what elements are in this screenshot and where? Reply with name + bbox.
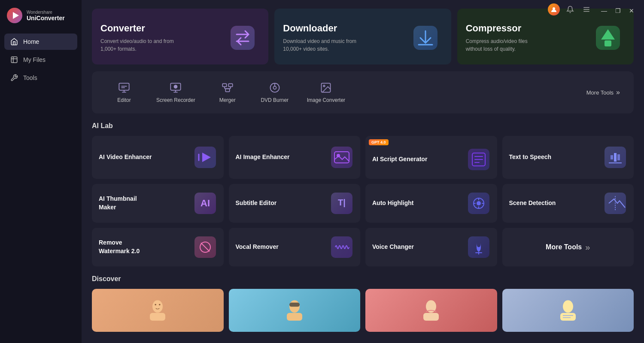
svg-rect-63 [423,313,439,321]
svg-rect-61 [289,303,300,307]
svg-rect-9 [231,26,255,50]
compressor-desc: Compress audio/video files without loss … [466,37,543,53]
ai-thumbnail-maker-icon: AI [194,192,217,215]
image-converter-label: Image Converter [307,97,345,103]
remove-watermark-title: Remove Watermark 2.0 [99,239,155,255]
svg-rect-60 [287,313,302,321]
minimize-button[interactable]: — [598,4,611,17]
dvd-burner-label: DVD Burner [261,97,289,103]
ai-card-scene-detection[interactable]: Scene Detection [502,184,634,223]
ai-card-auto-highlight[interactable]: Auto Highlight [365,184,497,223]
top-right-controls [548,3,592,15]
svg-rect-23 [225,89,229,92]
ai-script-generator-title: AI Script Generator [372,155,427,164]
screen-recorder-icon [170,82,182,94]
compressor-icon [591,21,625,55]
svg-point-55 [152,300,163,313]
tool-screen-recorder[interactable]: Screen Recorder [148,78,204,107]
scene-detection-title: Scene Detection [509,199,556,208]
window-controls: — ❐ ✕ [592,0,644,21]
sidebar-files-label: My Files [23,56,46,63]
converter-desc: Convert video/audio to and from 1,000+ f… [100,37,178,53]
image-converter-icon [320,82,332,94]
remove-watermark-icon [194,236,217,259]
ai-card-voice-changer[interactable]: Voice Changer [365,228,497,266]
svg-text:AI: AI [200,198,210,208]
vocal-remover-title: Vocal Remover [236,243,279,251]
svg-point-18 [174,85,177,88]
ai-card-thumbnail-maker[interactable]: AI Thumbnail Maker AI [92,184,224,223]
merger-icon [222,82,234,94]
downloader-info: Downloader Download video and music from… [283,23,408,53]
discover-grid [92,289,634,332]
downloader-desc: Download video and music from 10,000+ vi… [283,37,360,53]
auto-highlight-icon [467,192,490,215]
hero-cards: Converter Convert video/audio to and fro… [92,9,634,64]
svg-point-64 [563,300,573,313]
logo-area: Wondershare UniConverter [0,0,82,34]
screen-recorder-label: Screen Recorder [156,97,195,103]
tool-merger[interactable]: Merger [204,78,251,107]
converter-card[interactable]: Converter Convert video/audio to and fro… [92,9,268,64]
ai-video-enhancer-icon [194,146,217,169]
ai-lab-grid: AI Video Enhancer AI Image Enhancer [92,136,634,266]
sidebar-item-my-files[interactable]: My Files [4,52,77,68]
vocal-remover-icon [330,236,353,259]
discover-card-1[interactable] [92,289,224,332]
maximize-button[interactable]: ❐ [611,4,624,17]
sidebar-item-tools[interactable]: Tools [4,70,77,86]
editor-icon [118,82,130,94]
ai-thumbnail-maker-title: AI Thumbnail Maker [99,195,155,211]
ai-card-script-generator[interactable]: GPT 4.0 AI Script Generator [365,136,497,179]
discover-card-3[interactable] [365,289,497,332]
tool-editor[interactable]: Editor [100,78,148,107]
ai-card-video-enhancer[interactable]: AI Video Enhancer [92,136,224,179]
svg-point-46 [477,201,481,205]
user-avatar[interactable] [548,3,560,15]
sidebar-home-label: Home [23,38,39,45]
subtitle-editor-icon: T| [330,192,353,215]
svg-rect-22 [228,84,232,87]
svg-rect-14 [119,83,129,90]
sidebar-item-home[interactable]: Home [4,34,77,50]
home-icon [10,38,18,46]
svg-rect-13 [605,40,611,46]
svg-point-28 [324,85,325,87]
svg-rect-56 [150,313,165,321]
close-button[interactable]: ✕ [625,4,638,17]
converter-title: Converter [100,23,225,34]
tool-image-converter[interactable]: Image Converter [298,78,354,107]
discover-card-2[interactable] [229,289,361,332]
ai-lab-title: AI Lab [92,122,634,130]
brand-name: Wondershare [27,10,65,15]
svg-rect-21 [222,84,226,87]
tool-dvd-burner[interactable]: DVD Burner [251,78,298,107]
text-to-speech-title: Text to Speech [509,153,552,162]
discover-image-2 [282,297,307,323]
notifications-icon[interactable] [564,3,576,15]
discover-title: Discover [92,275,634,283]
editor-label: Editor [117,97,131,103]
ai-card-more-tools[interactable]: More Tools » [502,228,634,266]
product-name: UniConverter [27,15,65,21]
svg-point-58 [159,304,161,306]
downloader-icon [408,21,443,55]
my-files-icon [10,56,18,64]
downloader-card[interactable]: Downloader Download video and music from… [274,9,451,64]
menu-icon[interactable] [580,3,592,15]
tools-more-label: More Tools [586,89,614,96]
sidebar-tools-label: Tools [23,74,37,81]
dvd-burner-icon [269,82,281,94]
discover-image-4 [555,297,581,323]
tools-row: Editor Screen Recorder Merger [92,71,634,113]
logo-text: Wondershare UniConverter [27,10,65,21]
ai-card-image-enhancer[interactable]: AI Image Enhancer [229,136,361,179]
tools-more-button[interactable]: More Tools » [581,85,625,100]
ai-card-vocal-remover[interactable]: Vocal Remover [229,228,361,266]
ai-card-text-to-speech[interactable]: Text to Speech [502,136,634,179]
ai-video-enhancer-title: AI Video Enhancer [99,153,152,162]
app-logo-icon [7,8,22,23]
ai-card-subtitle-editor[interactable]: Subtitle Editor T| [229,184,361,223]
discover-card-4[interactable] [502,289,634,332]
ai-card-remove-watermark[interactable]: Remove Watermark 2.0 [92,228,224,266]
